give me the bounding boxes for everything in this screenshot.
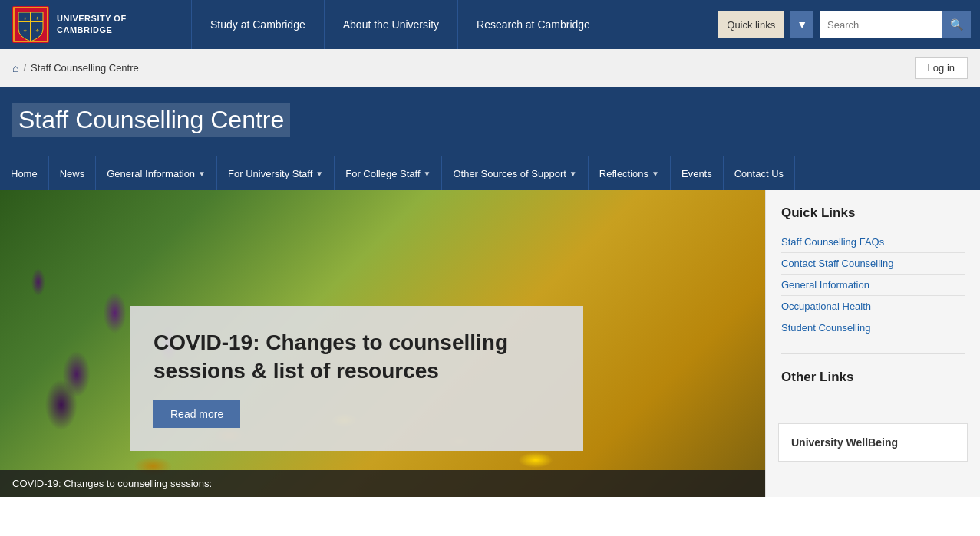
sidebar-link-student-counselling[interactable]: Student Counselling	[781, 317, 965, 338]
sec-nav-news[interactable]: News	[49, 156, 97, 190]
reflections-dropdown-arrow: ▼	[652, 169, 659, 178]
cambridge-crest-icon: ⚜ ⚜ ⚜ ⚜	[12, 6, 49, 43]
sidebar-other-links-section: Other Links	[766, 354, 980, 411]
svg-text:⚜: ⚜	[35, 28, 39, 33]
quick-links-title: Quick Links	[781, 206, 965, 221]
main-nav-links: Study at Cambridge About the University …	[192, 0, 708, 49]
search-button[interactable]: 🔍	[942, 11, 971, 38]
hero-title: COVID-19: Changes to counselling session…	[153, 329, 560, 385]
general-info-dropdown-arrow: ▼	[198, 169, 206, 178]
quick-links-dropdown-button[interactable]: ▼	[790, 11, 813, 38]
college-staff-dropdown-arrow: ▼	[424, 169, 431, 178]
sec-nav-reflections[interactable]: Reflections ▼	[589, 156, 671, 190]
main-content: COVID-19: Changes to counselling session…	[0, 190, 980, 497]
page-title-bar: Staff Counselling Centre	[0, 87, 980, 156]
logo-area[interactable]: ⚜ ⚜ ⚜ ⚜ UNIVERSITY OF CAMBRIDGE	[0, 0, 192, 49]
university-name: UNIVERSITY OF CAMBRIDGE	[57, 13, 127, 37]
top-navigation: ⚜ ⚜ ⚜ ⚜ UNIVERSITY OF CAMBRIDGE Study at…	[0, 0, 980, 49]
search-container: 🔍	[820, 11, 971, 38]
sec-nav-contact[interactable]: Contact Us	[724, 156, 795, 190]
sec-nav-events[interactable]: Events	[671, 156, 724, 190]
nav-research-cambridge[interactable]: Research at Cambridge	[458, 0, 609, 49]
sec-nav-general-info[interactable]: General Information ▼	[96, 156, 217, 190]
sidebar-link-occ-health[interactable]: Occupational Health	[781, 296, 965, 317]
hero-overlay: COVID-19: Changes to counselling session…	[130, 306, 583, 451]
sidebar-link-faq[interactable]: Staff Counselling FAQs	[781, 232, 965, 253]
content-left: COVID-19: Changes to counselling session…	[0, 190, 765, 497]
uni-staff-dropdown-arrow: ▼	[315, 169, 323, 178]
sec-nav-uni-staff[interactable]: For University Staff ▼	[217, 156, 335, 190]
hero-image: COVID-19: Changes to counselling session…	[0, 190, 765, 497]
nav-study-at-cambridge[interactable]: Study at Cambridge	[192, 0, 325, 49]
nav-about-university[interactable]: About the University	[325, 0, 458, 49]
svg-text:⚜: ⚜	[23, 16, 27, 21]
sec-nav-college-staff[interactable]: For College Staff ▼	[335, 156, 442, 190]
sidebar-link-general-info[interactable]: General Information	[781, 275, 965, 296]
other-support-dropdown-arrow: ▼	[569, 169, 577, 178]
top-right-controls: Quick links ▼ 🔍	[708, 0, 980, 49]
breadcrumb-current-page: Staff Counselling Centre	[31, 62, 139, 74]
secondary-navigation: Home News General Information ▼ For Univ…	[0, 156, 980, 190]
sec-nav-other-support[interactable]: Other Sources of Support ▼	[442, 156, 588, 190]
sidebar: Quick Links Staff Counselling FAQs Conta…	[765, 190, 980, 497]
breadcrumb-bar: ⌂ / Staff Counselling Centre Log in	[0, 49, 980, 87]
svg-text:⚜: ⚜	[35, 16, 39, 21]
login-button[interactable]: Log in	[915, 57, 968, 79]
svg-text:⚜: ⚜	[23, 28, 27, 33]
sidebar-quick-links-section: Quick Links Staff Counselling FAQs Conta…	[766, 190, 980, 353]
wellbeing-card[interactable]: University WellBeing	[778, 423, 968, 462]
search-input[interactable]	[820, 15, 942, 35]
home-icon[interactable]: ⌂	[12, 62, 18, 74]
sidebar-link-contact-staff[interactable]: Contact Staff Counselling	[781, 253, 965, 275]
page-title: Staff Counselling Centre	[12, 103, 290, 137]
breadcrumb-separator: /	[23, 62, 26, 74]
breadcrumb: ⌂ / Staff Counselling Centre	[12, 62, 139, 74]
read-more-button[interactable]: Read more	[153, 400, 240, 428]
carousel-caption: COVID-19: Changes to counselling session…	[0, 470, 765, 497]
other-links-title: Other Links	[781, 370, 965, 385]
quick-links-button[interactable]: Quick links	[718, 11, 784, 38]
sec-nav-home[interactable]: Home	[0, 156, 49, 190]
